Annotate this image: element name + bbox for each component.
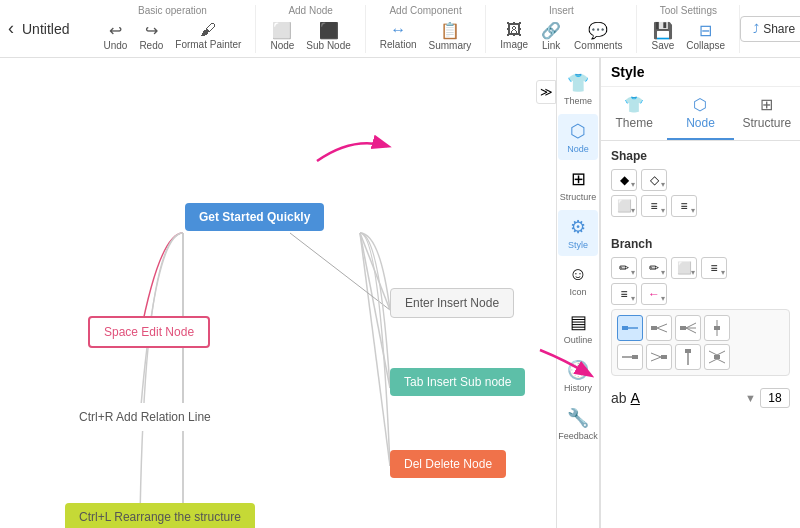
add-component-items: ↔Relation 📋Summary	[376, 19, 476, 53]
format-painter-button[interactable]: 🖌Format Painter	[171, 19, 245, 52]
svg-line-10	[290, 233, 390, 310]
grid-icon-2	[678, 318, 698, 338]
redo-icon: ↪	[145, 21, 158, 40]
font-row: ab A ▼ 18	[601, 384, 800, 412]
tab-structure[interactable]: ⊞ Structure	[734, 87, 800, 140]
font-ab-label: ab	[611, 390, 627, 406]
basic-items: ↩Undo ↪Redo 🖌Format Painter	[99, 19, 245, 53]
shape-btn-lines-1[interactable]: ≡	[641, 195, 667, 217]
tab-theme[interactable]: 👕 Theme	[601, 87, 667, 140]
branch-row-2: ≡ ←	[611, 283, 790, 305]
node-del-delete[interactable]: Del Delete Node	[390, 450, 506, 478]
node-tab-insert[interactable]: Tab Insert Sub node	[390, 368, 525, 396]
node-enter-insert[interactable]: Enter Insert Node	[390, 288, 514, 318]
relation-button[interactable]: ↔Relation	[376, 19, 421, 52]
add-node-items: ⬜Node ⬛Sub Node	[266, 19, 354, 53]
side-icon-node[interactable]: ⬡ Node	[558, 114, 598, 160]
history-icon: 🕐	[567, 359, 589, 381]
image-button[interactable]: 🖼Image	[496, 19, 532, 52]
node-icon: ⬜	[272, 21, 292, 40]
tab-node[interactable]: ⬡ Node	[667, 87, 733, 140]
app-title: Untitled	[22, 21, 69, 37]
side-icon-structure[interactable]: ⊞ Structure	[558, 162, 598, 208]
group-label-add-component: Add Component	[389, 5, 461, 16]
sub-node-button[interactable]: ⬛Sub Node	[302, 19, 354, 53]
grid-btn-1[interactable]	[646, 315, 672, 341]
main-area: Get Started Quickly Enter Insert Node Ta…	[0, 58, 800, 528]
lines-2-icon: ≡	[680, 199, 687, 213]
svg-line-17	[686, 323, 696, 328]
node-space-edit[interactable]: Space Edit Node	[88, 316, 210, 348]
node-ctrl-r[interactable]: Ctrl+R Add Relation Line	[65, 403, 225, 431]
panel-expand-button[interactable]: ≫	[536, 80, 556, 104]
branch-layout-grid	[611, 309, 790, 376]
center-node[interactable]: Get Started Quickly	[185, 203, 324, 231]
group-label-basic: Basic operation	[138, 5, 207, 16]
svg-line-14	[657, 324, 667, 328]
branch-btn-a1[interactable]: ≡	[611, 283, 637, 305]
diamond-icon: ◆	[620, 173, 629, 187]
insert-items: 🖼Image 🔗Link 💬Comments	[496, 19, 626, 53]
svg-line-32	[717, 351, 725, 355]
side-icon-history[interactable]: 🕐 History	[558, 353, 598, 399]
grid-btn-5[interactable]	[646, 344, 672, 370]
node-ctrl-l[interactable]: Ctrl+L Rearrange the structure	[65, 503, 255, 528]
shape-btn-lines-2[interactable]: ≡	[671, 195, 697, 217]
node-button[interactable]: ⬜Node	[266, 19, 298, 53]
toolbar-group-add-component: Add Component ↔Relation 📋Summary	[366, 5, 487, 53]
grid-btn-0[interactable]	[617, 315, 643, 341]
toolbar-right: ⤴ Share ⬆ Export	[740, 16, 800, 42]
side-icon-icon[interactable]: ☺ Icon	[558, 258, 598, 303]
side-icons-panel: 👕 Theme ⬡ Node ⊞ Structure ⚙ Style ☺ Ico…	[556, 58, 600, 528]
side-icon-outline[interactable]: ▤ Outline	[558, 305, 598, 351]
side-icon-style[interactable]: ⚙ Style	[558, 210, 598, 256]
collapse-button[interactable]: ⊟Collapse	[682, 19, 729, 53]
toolbar-group-insert: Insert 🖼Image 🔗Link 💬Comments	[486, 5, 637, 53]
side-icon-feedback[interactable]: 🔧 Feedback	[558, 401, 598, 447]
svg-rect-25	[661, 355, 667, 359]
grid-btn-3[interactable]	[704, 315, 730, 341]
branch-btn-pen2[interactable]: ✏	[641, 257, 667, 279]
panel-title: Style	[611, 64, 644, 80]
group-label-tool-settings: Tool Settings	[660, 5, 717, 16]
font-underline-button[interactable]: A	[631, 390, 640, 406]
branch-btn-a2[interactable]: ←	[641, 283, 667, 305]
format-painter-icon: 🖌	[200, 21, 216, 39]
undo-button[interactable]: ↩Undo	[99, 19, 131, 53]
svg-line-26	[651, 353, 661, 357]
branch-btn-rect2[interactable]: ⬜	[671, 257, 697, 279]
side-icon-theme[interactable]: 👕 Theme	[558, 66, 598, 112]
summary-button[interactable]: 📋Summary	[425, 19, 476, 53]
theme-icon: 👕	[567, 72, 589, 94]
grid-btn-2[interactable]	[675, 315, 701, 341]
link-button[interactable]: 🔗Link	[536, 19, 566, 53]
link-icon: 🔗	[541, 21, 561, 40]
branch-btn-pen[interactable]: ✏	[611, 257, 637, 279]
structure-icon: ⊞	[571, 168, 586, 190]
shape-btn-diamond[interactable]: ◆	[611, 169, 637, 191]
pen2-icon: ✏	[649, 261, 659, 275]
shape-row-1: ◆ ◇	[611, 169, 790, 191]
svg-line-15	[657, 328, 667, 332]
shape-btn-diamond-outline[interactable]: ◇	[641, 169, 667, 191]
branch-btn-lines3[interactable]: ≡	[701, 257, 727, 279]
toolbar-groups: Basic operation ↩Undo ↪Redo 🖌Format Pain…	[89, 5, 740, 53]
font-size-label: ▼	[745, 392, 756, 404]
toolbar-group-tool-settings: Tool Settings 💾Save ⊟Collapse	[637, 5, 740, 53]
group-label-insert: Insert	[549, 5, 574, 16]
shape-btn-rect[interactable]: ⬜	[611, 195, 637, 217]
grid-btn-7[interactable]	[704, 344, 730, 370]
svg-rect-20	[714, 326, 720, 330]
svg-rect-16	[680, 326, 686, 330]
grid-icon-6	[678, 347, 698, 367]
canvas[interactable]: Get Started Quickly Enter Insert Node Ta…	[0, 58, 600, 528]
grid-btn-6[interactable]	[675, 344, 701, 370]
grid-icon-3	[707, 318, 727, 338]
redo-button[interactable]: ↪Redo	[135, 19, 167, 53]
grid-btn-4[interactable]	[617, 344, 643, 370]
comments-button[interactable]: 💬Comments	[570, 19, 626, 53]
shape-row-2: ⬜ ≡ ≡	[611, 195, 790, 217]
back-button[interactable]: ‹	[8, 18, 14, 39]
save-button[interactable]: 💾Save	[647, 19, 678, 53]
share-button[interactable]: ⤴ Share	[740, 16, 800, 42]
